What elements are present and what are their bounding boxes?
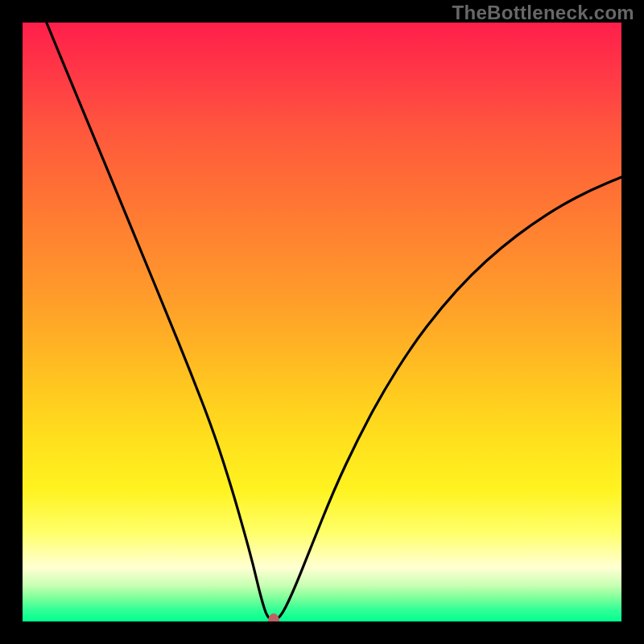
bottleneck-curve	[47, 23, 621, 621]
chart-container: TheBottleneck.com	[0, 0, 644, 644]
plot-area	[23, 23, 621, 621]
curve-svg	[23, 23, 621, 621]
watermark-text: TheBottleneck.com	[452, 2, 634, 24]
minimum-marker	[268, 613, 279, 622]
